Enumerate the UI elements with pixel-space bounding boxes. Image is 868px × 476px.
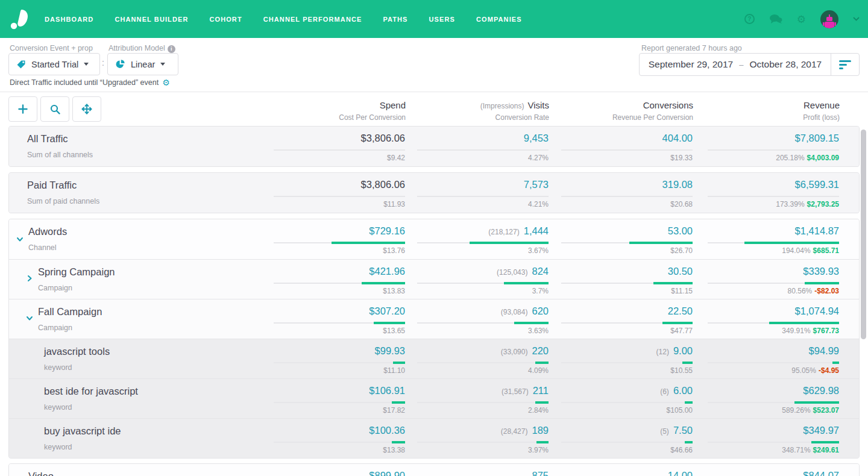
metric-value[interactable]: $629.98 [803,385,839,396]
table-card: All TrafficSum of all channels$3,806.06$… [8,126,860,167]
metric-cell: $307.20$13.65 [248,299,405,339]
share-bar [561,283,693,284]
metric-cell: 30.50$11.15 [536,260,693,299]
date-dash: – [739,60,743,69]
value-prefix: (218,127) [488,228,519,236]
table-row-fall-campaign[interactable]: Fall CampaignCampaign$307.20$13.65(93,08… [9,299,859,339]
date-filter-button[interactable] [831,54,859,75]
nav-item-companies[interactable]: COMPANIES [476,16,522,23]
metric-cell: $339.9380.56%-$82.03 [682,260,839,299]
metric-cell: (218,127)1,4443.67% [392,219,549,259]
add-button[interactable] [8,96,37,122]
row-subtitle: keyword [44,403,72,412]
nav-item-paths[interactable]: PATHS [383,16,407,23]
profit-percent: 95.05% [791,366,816,375]
nav-item-channel-performance[interactable]: CHANNEL PERFORMANCE [263,16,362,23]
note-gear-icon[interactable]: ⚙ [162,78,170,87]
metric-value[interactable]: $94.99 [809,345,839,356]
value-prefix: (93,084) [501,308,528,316]
metric-cell: 7,5734.21% [392,173,549,213]
help-icon[interactable]: ? [744,14,755,24]
table-row-buy-javascript-ide[interactable]: buy javascript idekeyword$100.36$13.38(2… [9,418,859,458]
move-arrows-icon [81,104,92,114]
profit-value: $685.71 [813,246,839,255]
metric-value[interactable]: $1,414.87 [795,225,839,236]
row-subtitle: Sum of all channels [27,151,93,159]
metric-cell: 9,4534.27% [392,127,549,166]
settings-gear-icon[interactable]: ⚙ [797,13,806,25]
share-bar [274,442,405,443]
direct-traffic-note: Direct Traffic included until “Upgraded”… [10,78,170,87]
search-button[interactable] [40,96,69,122]
table-row-paid-traffic[interactable]: Paid TrafficSum of paid channels$3,806.0… [9,173,859,213]
metric-cell: (5)7.50$46.66 [536,419,693,458]
metric-cell: (6)6.00$105.00 [536,379,693,418]
metric-cell: (12)9.00$10.55 [536,339,693,378]
row-title: Video [28,471,54,476]
share-bar [561,196,693,197]
metric-value[interactable]: $7,809.15 [795,133,839,143]
metric-value[interactable]: $339.93 [803,266,839,277]
table-row-video[interactable]: Video$899.9087514.00$844.07 [9,464,859,476]
table-row-adwords[interactable]: AdwordsChannel$729.16$13.76(218,127)1,44… [9,219,859,259]
metric-cell: (31,567)2112.84% [392,379,549,418]
row-title: Fall Campaign [38,306,102,318]
info-icon[interactable]: i [168,45,175,53]
metric-subvalue: 589.26%$523.07 [782,406,839,415]
share-bar [708,149,839,151]
date-end: October 28, 2017 [749,59,822,70]
share-bar [274,196,405,197]
share-bar [417,322,549,324]
metric-value[interactable]: $6,599.31 [795,179,839,190]
avatar[interactable] [820,10,838,28]
date-range-picker[interactable]: September 29, 2017 – October 28, 2017 [639,53,860,76]
share-bar [274,402,405,403]
metric-value[interactable]: $1,074.94 [795,305,839,316]
table-row-all-traffic[interactable]: All TrafficSum of all channels$3,806.06$… [9,127,859,166]
profit-value: -$4.95 [819,366,839,375]
metric-cell: (33,090)2204.09% [392,339,549,378]
chevron-down-icon[interactable] [26,315,33,322]
metric-cell: $421.96$13.83 [248,260,405,299]
table-card: Video$899.9087514.00$844.07 [8,463,860,476]
row-subtitle: keyword [44,363,72,372]
value-prefix: (5) [660,427,669,436]
conversion-event-value: Started Trial [31,60,78,69]
metric-value[interactable]: $844.07 [803,470,839,476]
table-row-spring-campaign[interactable]: Spring CampaignCampaign$421.96$13.83(125… [9,259,859,299]
metric-value[interactable]: $349.97 [803,425,839,436]
vertical-scrollbar-thumb[interactable] [861,130,866,339]
row-subtitle: Campaign [38,284,72,292]
nav-item-channel-builder[interactable]: CHANNEL BUILDER [115,16,188,23]
column-header-spend: Spend Cost Per Conversion [339,100,406,122]
share-bar [417,362,549,363]
nav-item-users[interactable]: USERS [429,16,455,23]
share-bar [708,242,839,243]
metric-cell: $100.36$13.38 [248,419,405,458]
app-logo-icon[interactable] [10,8,29,30]
share-bar [417,149,549,151]
nav-item-dashboard[interactable]: DASHBOARD [45,16,93,23]
value-prefix: (31,567) [502,387,529,396]
column-header-visits: (Impressions)Visits Conversion Rate [480,100,549,122]
attribution-model-dropdown[interactable]: Linear [107,53,178,75]
move-button[interactable] [72,96,101,122]
chat-icon[interactable] [769,14,782,24]
table-row-javascript-tools[interactable]: javascript toolskeyword$99.93$11.10(33,0… [9,339,859,378]
share-bar [708,196,839,197]
caret-down-icon [84,63,89,66]
chevron-down-icon[interactable] [853,17,860,21]
share-bar [561,442,693,443]
table-card: AdwordsChannel$729.16$13.76(218,127)1,44… [8,219,860,459]
share-bar [561,402,693,403]
table-row-best-ide-for-javascript[interactable]: best ide for javascriptkeyword$106.91$17… [9,378,859,418]
row-subtitle: Channel [28,243,57,252]
metric-cell: (125,043)8243.7% [392,260,549,299]
chevron-down-icon[interactable] [16,236,24,243]
share-bar [561,362,693,363]
nav-item-cohort[interactable]: COHORT [209,16,242,23]
chevron-right-icon[interactable] [26,275,33,282]
conversion-event-dropdown[interactable]: Started Trial [8,53,100,75]
share-bar [274,322,405,324]
report-generated-label: Report generated 7 hours ago [641,44,742,52]
